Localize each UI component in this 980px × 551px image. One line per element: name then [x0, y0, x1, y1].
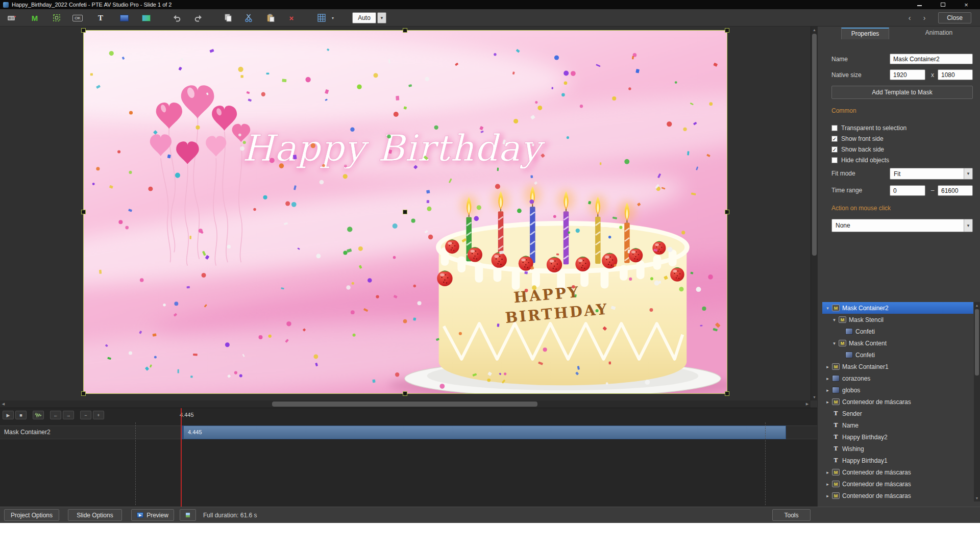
expander-right-icon[interactable]: ▸ — [824, 388, 831, 393]
canvas-vertical-scrollbar[interactable]: ▲ ▼ — [811, 27, 817, 400]
add-gradient-button[interactable] — [139, 11, 153, 24]
expander-down-icon[interactable]: ▾ — [831, 317, 838, 322]
close-window-button[interactable]: × — [962, 1, 971, 8]
redo-button[interactable] — [192, 11, 205, 24]
selection-handle-se[interactable] — [725, 391, 729, 396]
checkbox-show-back-side[interactable]: ✓Show back side — [831, 145, 884, 154]
add-text-button[interactable]: T — [94, 11, 107, 24]
checkbox-transparent-to-selection[interactable]: Transparent to selection — [831, 123, 906, 133]
minimize-button[interactable] — [915, 1, 924, 8]
scroll-right-icon[interactable]: ▶ — [804, 400, 811, 407]
zoom-auto-dropdown[interactable]: Auto — [352, 12, 376, 23]
tree-item-happy-birthday1[interactable]: THappy Birthday1 — [822, 455, 973, 466]
scroll-left-icon[interactable]: ◀ — [0, 400, 7, 407]
tools-button[interactable]: Tools — [772, 509, 811, 521]
copy-button[interactable] — [222, 11, 235, 24]
horizontal-scroll-thumb[interactable] — [272, 402, 537, 407]
checkbox-unchecked-icon[interactable] — [831, 125, 838, 131]
track-name[interactable]: Mask Container2 — [4, 425, 51, 439]
tab-animation[interactable]: Animation — [914, 28, 964, 39]
tab-properties[interactable]: Properties — [841, 28, 889, 39]
zoom-in-timeline-button[interactable]: + — [93, 411, 104, 419]
tree-scrollbar[interactable]: ▲ ▼ — [974, 302, 980, 502]
zoom-out-timeline-button[interactable]: − — [80, 411, 91, 419]
project-options-button[interactable]: Project Options — [4, 509, 59, 521]
add-template-to-mask-button[interactable]: Add Template to Mask — [831, 86, 973, 99]
selection-handle-s[interactable] — [403, 391, 407, 396]
scroll-up-icon[interactable]: ▲ — [974, 302, 980, 309]
prev-slide-button[interactable]: ‹ — [904, 12, 915, 23]
next-slide-button[interactable]: › — [919, 12, 929, 23]
selection-handle-nw[interactable] — [81, 28, 86, 33]
selection-handle-ne[interactable] — [725, 28, 729, 33]
expander-right-icon[interactable]: ▸ — [824, 470, 831, 475]
waveform-button[interactable] — [33, 411, 44, 419]
add-mask-button[interactable]: M — [28, 11, 41, 24]
slide-preview[interactable]: Happy Birthday Happy Birthday HAPPY B — [83, 30, 727, 394]
expander-down-icon[interactable]: ▾ — [831, 341, 838, 346]
tree-item-contenedor-de-m-scaras[interactable]: ▸MContenedor de máscaras — [822, 466, 973, 478]
delete-button[interactable]: × — [285, 11, 298, 24]
tree-item-sender[interactable]: TSender — [822, 408, 973, 419]
tree-item-name[interactable]: TName — [822, 419, 973, 431]
add-rectangle-button[interactable] — [117, 11, 131, 24]
next-keypoint-button[interactable]: → — [63, 411, 74, 419]
undo-button[interactable] — [170, 11, 183, 24]
time-range-end-input[interactable] — [938, 185, 973, 196]
zoom-dropdown-arrow[interactable]: ▼ — [377, 12, 386, 23]
fit-mode-dropdown[interactable]: Fit ▼ — [890, 168, 973, 180]
play-button[interactable]: ▶ — [3, 411, 14, 419]
grid-button[interactable] — [315, 11, 328, 24]
add-frame-button[interactable] — [50, 11, 63, 24]
tree-item-mask-container2[interactable]: ▾MMask Container2 — [822, 302, 973, 314]
tree-item-contenedor-de-m-scaras[interactable]: ▸MContenedor de máscaras — [822, 478, 973, 490]
checkbox-show-front-side[interactable]: ✓Show front side — [831, 134, 884, 143]
canvas-horizontal-scrollbar[interactable]: ◀ ▶ — [0, 400, 811, 408]
tree-item-wishing[interactable]: TWishing — [822, 443, 973, 455]
slide-options-button[interactable]: Slide Options — [68, 509, 122, 521]
slide-projector-button[interactable] — [6, 11, 19, 24]
tree-item-mask-container1[interactable]: ▸MMask Container1 — [822, 361, 973, 372]
time-range-start-input[interactable] — [890, 185, 925, 196]
tree-scroll-thumb[interactable] — [975, 309, 979, 375]
expander-right-icon[interactable]: ▸ — [824, 493, 831, 498]
timeline-clip-bar[interactable]: 4.445 — [181, 425, 786, 439]
timeline-playhead[interactable] — [181, 408, 182, 507]
tree-item-happy-birthday2[interactable]: THappy Birthday2 — [822, 431, 973, 443]
grid-dropdown-arrow[interactable]: ▾ — [329, 11, 336, 24]
tree-item-confeti[interactable]: Confeti — [822, 325, 973, 337]
expander-right-icon[interactable]: ▸ — [824, 364, 831, 369]
full-screen-frame-button[interactable] — [180, 509, 196, 521]
tree-item-mask-stencil[interactable]: ▾MMask Stencil — [822, 314, 973, 325]
scroll-down-icon[interactable]: ▼ — [974, 495, 980, 502]
tree-item-corazones[interactable]: ▸corazones — [822, 372, 973, 384]
prev-keypoint-button[interactable]: ← — [50, 411, 61, 419]
tree-item-mask-content[interactable]: ▾MMask Content — [822, 337, 973, 349]
tree-item-contenedor-de-m-scaras[interactable]: ▸MContenedor de máscaras — [822, 490, 973, 502]
native-width-input[interactable] — [890, 69, 925, 80]
action-dropdown[interactable]: None ▼ — [831, 219, 973, 232]
stop-button[interactable]: ■ — [15, 411, 27, 419]
add-button-object-button[interactable]: OK — [71, 11, 84, 24]
selection-handle-n[interactable] — [403, 28, 407, 33]
checkbox-checked-icon[interactable]: ✓ — [831, 146, 838, 153]
paste-button[interactable] — [264, 11, 277, 24]
selection-handle-e[interactable] — [725, 210, 729, 214]
selection-handle-center[interactable] — [403, 210, 407, 214]
close-editor-button[interactable]: Close — [938, 12, 971, 23]
checkbox-checked-icon[interactable]: ✓ — [831, 136, 838, 142]
expander-right-icon[interactable]: ▸ — [824, 482, 831, 487]
selection-handle-sw[interactable] — [81, 391, 86, 396]
name-input[interactable] — [890, 54, 973, 64]
tree-item-contenedor-de-m-scaras[interactable]: ▸MContenedor de máscaras — [822, 396, 973, 408]
expander-right-icon[interactable]: ▸ — [824, 399, 831, 405]
expander-down-icon[interactable]: ▾ — [824, 306, 831, 311]
tree-item-confeti[interactable]: Confeti — [822, 349, 973, 361]
vertical-scroll-thumb[interactable] — [812, 34, 817, 256]
cut-button[interactable] — [242, 11, 256, 24]
preview-button[interactable]: ▶ Preview — [131, 509, 174, 521]
expander-right-icon[interactable]: ▸ — [824, 376, 831, 381]
tree-item-globos[interactable]: ▸globos — [822, 384, 973, 396]
maximize-button[interactable] — [938, 1, 947, 8]
selection-handle-w[interactable] — [81, 210, 86, 214]
